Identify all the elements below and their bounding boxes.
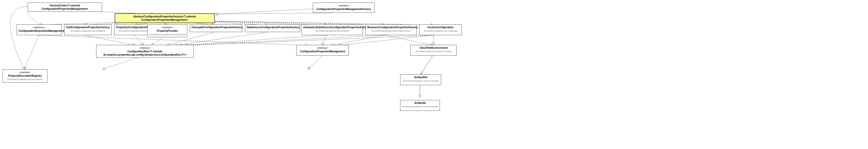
jndi-factory-node: JndiConfigurationPropertiesFactory de.sm… <box>64 24 112 35</box>
artifact-id-label: ArtifactId <box>414 101 426 105</box>
svg-line-23 <box>24 35 39 69</box>
config-props-mgmt-factory-node: «interface» ConfigurationPropertiesManag… <box>313 3 374 13</box>
config-repo-mgmt-label: ConfigurationRepositionManagement <box>19 29 64 32</box>
svg-line-17 <box>185 35 385 46</box>
property-descriptor-registry-stereotype: «interface» <box>19 71 31 73</box>
factory-cache-label: FactoryCache<T extends ConfigurationProp… <box>41 4 88 10</box>
config-repo-mgmt-node: «interfaces» ConfigurationRepositionMana… <box>17 24 62 35</box>
config-key-label: ConfigurationKey<T extends de.smartics.p… <box>103 50 187 56</box>
config-props-mgmt-node: «interface» ConfigurationPropertiesManag… <box>296 45 349 56</box>
config-props-mgmt-stereotype: «interface» <box>317 47 328 49</box>
property-provider-label: PropertyProvider <box>157 29 178 32</box>
resource-factory-node: ResourceConfigurationPropertiesFactory d… <box>366 24 417 35</box>
autodetect-factory-node: AutodetectDataSourceConfigurationPropert… <box>301 24 363 35</box>
svg-line-19 <box>322 35 327 46</box>
artifact-ref-node: ArtifactRef de.smartics.properties.resou… <box>400 74 441 85</box>
classpath-environment-package: de.smartics.properties.resource.domain <box>415 50 452 53</box>
abstract-factory-node: AbstractConfigurationPropertiesFactory<T… <box>115 13 215 23</box>
abstract-factory-label: AbstractConfigurationPropertiesFactory<T… <box>133 15 196 21</box>
svg-line-18 <box>190 35 433 46</box>
property-provider-node: «interface» PropertyProvider de.smartics… <box>148 24 187 37</box>
autodetect-factory-package: de.smartics.properties.impl.config.ds <box>315 30 349 32</box>
config-props-mgmt-factory-label: ConfigurationPropertiesManagementFactory <box>316 8 371 10</box>
svg-line-1 <box>215 13 334 14</box>
svg-line-24 <box>421 56 433 74</box>
svg-line-16 <box>180 35 327 46</box>
factory-cache-node: FactoryCache<T extends ConfigurationProp… <box>28 3 102 12</box>
artifact-id-node: ArtifactId de.smartics.properties.resour… <box>400 100 440 111</box>
artifact-ref-label: ArtifactRef <box>414 76 427 79</box>
config-repo-mgmt-stereotype: «interfaces» <box>33 26 45 29</box>
svg-line-29 <box>308 56 322 69</box>
jndi-factory-package: de.smartics.properties.impl.config.jndi <box>71 30 105 32</box>
factory-configuration-node: FactoryConfiguration de.smartics.propert… <box>420 24 462 35</box>
config-props-mgmt-label: ConfigurationPropertiesManagement <box>300 50 345 53</box>
resource-factory-label: ResourceConfigurationPropertiesFactory <box>367 26 418 29</box>
property-descriptor-registry-label: PropertyDescriptorRegistry <box>8 74 42 77</box>
autodetect-factory-label: AutodetectDataSourceConfigurationPropert… <box>303 26 370 29</box>
svg-line-15 <box>175 32 268 46</box>
diagram-container: FactoryCache<T extends ConfigurationProp… <box>0 0 868 149</box>
datasource-factory-node: DataSourceConfigurationPropertiesFactory <box>245 24 300 32</box>
resource-factory-package: de.smartics.properties.impl.config.resou… <box>372 30 411 32</box>
classpath-factory-label: ClasspathConfigurationPropertiesFactory <box>192 26 243 29</box>
classpath-environment-node: ClassPathEnvironment de.smartics.propert… <box>410 45 457 56</box>
artifact-ref-package: de.smartics.properties.resource.domain <box>403 80 439 82</box>
svg-line-12 <box>84 35 136 46</box>
config-key-stereotype: «interface» <box>139 47 151 49</box>
classpath-environment-label: ClassPathEnvironment <box>420 47 447 49</box>
factory-configuration-label: FactoryConfiguration <box>428 26 454 29</box>
property-descriptor-registry-node: «interface» PropertyDescriptorRegistry d… <box>3 69 48 83</box>
jndi-factory-label: JndiConfigurationPropertiesFactory <box>66 26 110 29</box>
property-provider-stereotype: «interface» <box>162 26 173 29</box>
config-key-node: «interface» ConfigurationKey<T extends d… <box>96 45 194 58</box>
property-provider-package: de.smartics.properties.api.config.domain <box>149 33 186 36</box>
datasource-factory-label: DataSourceConfigurationPropertiesFactory <box>247 26 300 29</box>
property-descriptor-registry-package: de.smartics.properties.api.core.domain <box>7 78 43 81</box>
svg-line-26 <box>385 35 433 46</box>
svg-line-11 <box>135 35 144 46</box>
config-props-mgmt-factory-stereotype: «interface» <box>338 4 350 7</box>
artifact-id-package: de.smartics.properties.resource.domain <box>402 106 438 108</box>
svg-line-21 <box>339 35 433 46</box>
svg-line-28 <box>102 56 144 69</box>
classpath-factory-node: ClasspathConfigurationPropertiesFactory <box>190 24 242 32</box>
factory-configuration-package: de.smartics.properties.api.config.app <box>424 30 457 32</box>
svg-line-20 <box>331 35 385 46</box>
